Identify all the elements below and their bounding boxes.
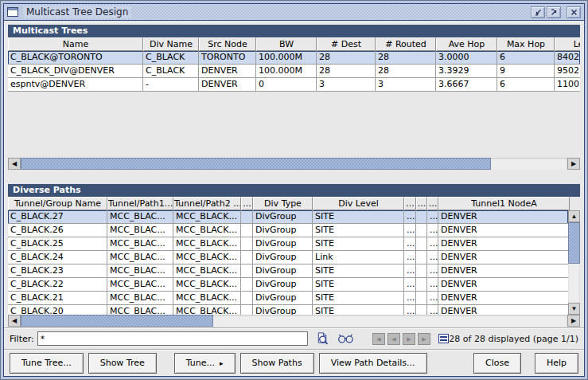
- multicast-trees-table: C_BLACK@TORONTOC_BLACKTORONTO100.000M282…: [8, 51, 580, 158]
- table-cell: MCC_BLAC...: [107, 224, 173, 237]
- column-header[interactable]: ...: [427, 197, 438, 210]
- table-cell: C_BLACK.25: [8, 237, 107, 251]
- last-page-button[interactable]: ▶: [418, 333, 430, 345]
- table-row[interactable]: C_BLACK.25MCC_BLAC...MCC_BLACK...DivGrou…: [8, 237, 568, 251]
- table-cell: DENVER: [199, 78, 256, 92]
- vscroll-track[interactable]: [568, 222, 580, 303]
- column-header[interactable]: Div Type: [253, 197, 313, 210]
- previous-page-icon: ◀: [391, 336, 395, 342]
- scroll-right-button[interactable]: ▶: [567, 158, 580, 170]
- table-cell: 9502: [555, 65, 580, 78]
- table-cell: MCC_BLAC...: [107, 264, 173, 278]
- display-status: 28 of 28 displayed (page 1/1): [449, 334, 578, 344]
- column-header[interactable]: Tunnel1 NodeA: [438, 197, 570, 210]
- table-cell: MCC_BLACK...: [173, 264, 241, 278]
- column-header[interactable]: Ave Hop: [436, 37, 497, 51]
- column-header[interactable]: BW: [256, 37, 317, 51]
- table-cell: MCC_BLAC...: [107, 305, 173, 315]
- hscroll-thumb[interactable]: [21, 158, 491, 170]
- scroll-right-icon: ▶: [571, 160, 576, 167]
- table-cell: 28: [317, 51, 376, 65]
- table-cell: [241, 251, 253, 264]
- table-cell: 3.6667: [436, 78, 497, 92]
- first-page-button[interactable]: ◀: [372, 333, 385, 345]
- table-row[interactable]: C_BLACK.21MCC_BLAC...MCC_BLACK...DivGrou…: [8, 292, 568, 305]
- table-cell: MCC_BLAC...: [107, 237, 173, 251]
- column-header[interactable]: Tunnel/Path2 ...: [173, 197, 241, 210]
- search-report-icon[interactable]: [316, 331, 329, 346]
- help-button[interactable]: Help: [535, 353, 578, 374]
- filter-bar: Filter: ◀ ◀ ▶ ▶ 28 of 28 displayed (page…: [4, 327, 584, 349]
- table-cell: MCC_BLACK...: [173, 237, 241, 251]
- scroll-down-button[interactable]: ▼: [568, 303, 580, 315]
- close-window-button[interactable]: [567, 6, 581, 18]
- table-cell: 100.000M: [256, 65, 317, 78]
- column-header[interactable]: Src Node: [199, 37, 256, 51]
- column-header[interactable]: Tunnel/Path1...: [107, 197, 173, 210]
- table-cell: SITE: [313, 278, 404, 292]
- binoculars-icon[interactable]: [337, 333, 354, 344]
- table-cell: C_BLACK.26: [8, 224, 107, 237]
- table-cell: MCC_BLAC...: [107, 251, 173, 264]
- column-header[interactable]: ...: [404, 197, 416, 210]
- table-cell: [416, 278, 427, 292]
- diverse-paths-column-headers: Tunnel/Group NameTunnel/Path1...Tunnel/P…: [8, 197, 580, 210]
- table-cell: [241, 264, 253, 278]
- scroll-left-button[interactable]: ◀: [8, 158, 21, 170]
- column-header[interactable]: Div Name: [143, 37, 199, 51]
- next-page-button[interactable]: ▶: [403, 333, 415, 345]
- scroll-right-button[interactable]: ▶: [567, 315, 580, 327]
- show-paths-button[interactable]: Show Paths: [240, 353, 314, 374]
- table-cell: DENVER: [438, 210, 568, 224]
- table-row[interactable]: espntv@DENVER-DENVER0333.666761100: [8, 78, 580, 92]
- table-row[interactable]: C_BLACK.27MCC_BLAC...MCC_BLACK...DivGrou…: [8, 210, 568, 224]
- column-header[interactable]: # Routed: [376, 37, 436, 51]
- column-header[interactable]: Max Hop: [497, 37, 555, 51]
- column-header[interactable]: Le: [555, 37, 580, 51]
- table-cell: MCC_BLACK...: [173, 224, 241, 237]
- table-cell: 3.3929: [436, 65, 497, 78]
- column-header[interactable]: Tunnel/Group Name: [8, 197, 107, 210]
- page-list-icon[interactable]: [438, 334, 449, 343]
- column-header[interactable]: Name: [8, 37, 143, 51]
- minimize-button[interactable]: [531, 6, 545, 18]
- table-cell: 28: [376, 65, 436, 78]
- tune-menu-button[interactable]: Tune...▸: [174, 353, 236, 374]
- maximize-button[interactable]: [547, 6, 561, 18]
- scroll-right-icon: ▶: [571, 317, 576, 324]
- table-cell: MCC_BLAC...: [107, 278, 173, 292]
- hscroll-track[interactable]: [21, 315, 567, 327]
- table-cell: 9: [497, 65, 555, 78]
- column-header[interactable]: ...: [241, 197, 253, 210]
- show-tree-button[interactable]: Show Tree: [88, 353, 157, 374]
- scroll-left-button[interactable]: ◀: [8, 315, 21, 327]
- hscroll-track[interactable]: [21, 158, 567, 170]
- table-cell: C_BLACK: [143, 51, 199, 65]
- previous-page-button[interactable]: ◀: [387, 333, 400, 345]
- table-row[interactable]: C_BLACK.20MCC_BLAC...MCC_BLACK...DivGrou…: [8, 305, 568, 315]
- filter-input[interactable]: [37, 331, 308, 346]
- table-cell: C_BLACK.23: [8, 264, 107, 278]
- table-cell: [241, 237, 253, 251]
- table-cell: SITE: [313, 264, 404, 278]
- table-row[interactable]: C_BLACK.23MCC_BLAC...MCC_BLACK...DivGrou…: [8, 264, 568, 278]
- column-header[interactable]: # Dest: [317, 37, 376, 51]
- view-path-details-button[interactable]: View Path Details...: [319, 353, 427, 374]
- title-bar[interactable]: Multicast Tree Design: [4, 4, 584, 21]
- table-cell: ...: [427, 305, 438, 315]
- table-row[interactable]: C_BLACK.26MCC_BLAC...MCC_BLACK...DivGrou…: [8, 224, 568, 237]
- close-button[interactable]: Close: [473, 353, 521, 374]
- filter-label: Filter:: [10, 334, 34, 344]
- table-row[interactable]: C_BLACK.24MCC_BLAC...MCC_BLACK...DivGrou…: [8, 251, 568, 264]
- table-cell: MCC_BLACK...: [173, 292, 241, 305]
- column-header[interactable]: ...: [416, 197, 427, 210]
- table-row[interactable]: C_BLACK@TORONTOC_BLACKTORONTO100.000M282…: [8, 51, 580, 65]
- hscroll-thumb[interactable]: [21, 315, 213, 327]
- tune-tree-button[interactable]: Tune Tree...: [10, 353, 84, 374]
- table-cell: 6: [497, 51, 555, 65]
- vscroll-thumb[interactable]: [568, 222, 580, 264]
- table-row[interactable]: C_BLACK.22MCC_BLAC...MCC_BLACK...DivGrou…: [8, 278, 568, 292]
- column-header[interactable]: Div Level: [313, 197, 404, 210]
- scroll-up-button[interactable]: ▲: [568, 210, 580, 222]
- table-row[interactable]: C_BLACK_DIV@DENVERC_BLACKDENVER100.000M2…: [8, 65, 580, 78]
